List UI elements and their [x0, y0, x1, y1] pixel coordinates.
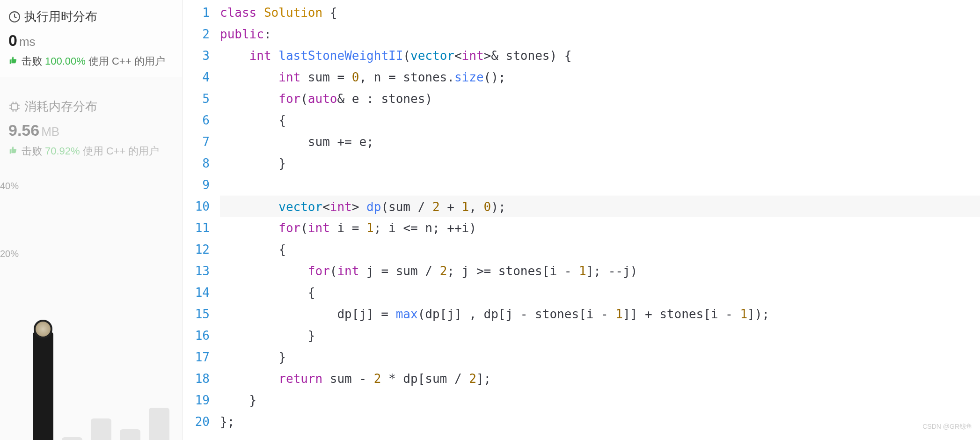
line-number: 19 [183, 389, 210, 411]
line-number: 17 [183, 346, 210, 368]
memory-beat-suffix: 使用 C++ 的用户 [83, 144, 160, 158]
chip-icon [8, 101, 21, 113]
code-line[interactable]: public: [220, 23, 980, 45]
code-line[interactable]: int lastStoneWeightII(vector<int>& stone… [220, 45, 980, 66]
svg-rect-1 [10, 59, 11, 64]
line-number: 6 [183, 110, 210, 131]
line-number: 1 [183, 2, 210, 23]
code-line[interactable]: } [220, 346, 980, 368]
memory-beat: 击败 70.92% 使用 C++ 的用户 [8, 144, 173, 158]
code-line[interactable]: { [220, 110, 980, 131]
memory-header: 消耗内存分布 [8, 98, 173, 115]
line-number: 18 [183, 368, 210, 389]
chart-bars [33, 318, 169, 440]
chart-y-label-1: 20% [0, 249, 19, 259]
line-number: 15 [183, 303, 210, 325]
line-number: 20 [183, 411, 210, 433]
runtime-value: 0 [8, 31, 17, 49]
stats-sidebar: 执行用时分布 0ms 击败 100.00% 使用 C++ 的用户 消耗内存分布 … [0, 0, 183, 440]
line-number: 8 [183, 153, 210, 174]
memory-beat-prefix: 击败 [22, 144, 42, 158]
chart-bar[interactable] [62, 437, 82, 440]
chart-bar[interactable] [149, 408, 169, 440]
chart-y-label-0: 40% [0, 181, 19, 191]
memory-unit: MB [41, 125, 59, 139]
chart-bar[interactable] [33, 332, 53, 440]
code-line[interactable]: for(int j = sum / 2; j >= stones[i - 1];… [220, 260, 980, 282]
code-line[interactable] [220, 174, 980, 196]
runtime-beat-pct: 100.00% [45, 55, 86, 67]
code-line[interactable]: }; [220, 411, 980, 433]
line-number-gutter: 1234567891011121314151617181920 [183, 2, 220, 440]
line-number: 5 [183, 88, 210, 110]
line-number: 9 [183, 174, 210, 196]
memory-value: 9.56 [8, 121, 39, 139]
memory-value-row: 9.56MB [8, 121, 173, 139]
memory-block: 消耗内存分布 9.56MB 击败 70.92% 使用 C++ 的用户 [0, 90, 182, 167]
chart-bar[interactable] [120, 429, 140, 440]
runtime-title: 执行用时分布 [24, 8, 97, 25]
line-number: 7 [183, 131, 210, 153]
code-line[interactable]: { [220, 239, 980, 260]
runtime-unit: ms [19, 35, 36, 49]
runtime-distribution-chart[interactable]: 40% 20% [0, 176, 182, 440]
code-line[interactable]: class Solution { [220, 2, 980, 23]
code-line[interactable]: return sum - 2 * dp[sum / 2]; [220, 368, 980, 389]
code-line[interactable]: } [220, 153, 980, 174]
memory-title: 消耗内存分布 [24, 98, 97, 115]
clap-icon [8, 145, 19, 158]
line-number: 10 [183, 196, 210, 217]
code-line[interactable]: int sum = 0, n = stones.size(); [220, 66, 980, 88]
clock-icon [8, 11, 21, 23]
runtime-beat-suffix: 使用 C++ 的用户 [88, 54, 165, 68]
code-editor[interactable]: 1234567891011121314151617181920 class So… [183, 0, 980, 440]
runtime-block: 执行用时分布 0ms 击败 100.00% 使用 C++ 的用户 [0, 0, 182, 77]
memory-beat-pct: 70.92% [45, 145, 80, 157]
runtime-beat: 击败 100.00% 使用 C++ 的用户 [8, 54, 173, 68]
code-line[interactable]: for(auto& e : stones) [220, 88, 980, 110]
clap-icon [8, 55, 19, 68]
line-number: 3 [183, 45, 210, 66]
code-body[interactable]: class Solution {public: int lastStoneWei… [220, 2, 980, 440]
line-number: 11 [183, 217, 210, 239]
line-number: 13 [183, 260, 210, 282]
code-line[interactable]: vector<int> dp(sum / 2 + 1, 0); [220, 196, 980, 217]
runtime-beat-prefix: 击败 [22, 54, 42, 68]
line-number: 2 [183, 23, 210, 45]
code-line[interactable]: sum += e; [220, 131, 980, 153]
svg-rect-3 [10, 149, 11, 154]
code-line[interactable]: for(int i = 1; i <= n; ++i) [220, 217, 980, 239]
svg-rect-2 [12, 103, 18, 110]
runtime-header: 执行用时分布 [8, 8, 173, 25]
code-line[interactable]: dp[j] = max(dp[j] , dp[j - stones[i - 1]… [220, 303, 980, 325]
line-number: 4 [183, 66, 210, 88]
line-number: 14 [183, 282, 210, 303]
chart-bar[interactable] [91, 418, 111, 440]
runtime-value-row: 0ms [8, 31, 173, 50]
line-number: 12 [183, 239, 210, 260]
code-line[interactable]: { [220, 282, 980, 303]
code-line[interactable]: } [220, 325, 980, 346]
line-number: 16 [183, 325, 210, 346]
chart-marker-icon [34, 320, 52, 338]
code-line[interactable]: } [220, 389, 980, 411]
watermark: CSDN @GR鲸鱼 [922, 416, 973, 437]
